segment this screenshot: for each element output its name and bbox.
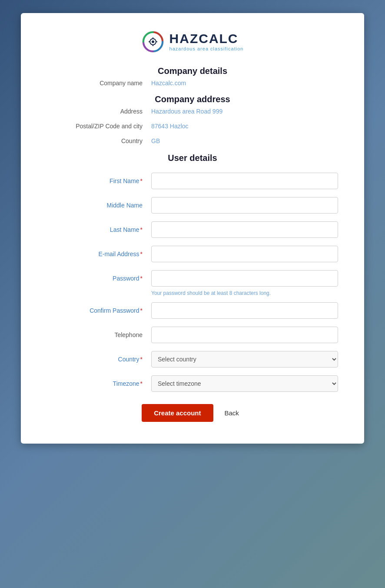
svg-point-6 <box>152 40 154 43</box>
last-name-required: * <box>140 226 143 233</box>
country-display-label: Country <box>47 137 151 144</box>
confirm-password-row: Confirm Password* <box>47 302 338 319</box>
company-name-label: Company name <box>47 80 151 87</box>
main-card: HAZCALC hazardous area classification Co… <box>21 13 364 444</box>
company-details-title: Company details <box>47 66 338 76</box>
first-name-required: * <box>140 177 143 184</box>
password-required: * <box>140 275 143 282</box>
create-account-button[interactable]: Create account <box>142 404 213 422</box>
last-name-input[interactable] <box>151 221 338 238</box>
address-row: Address Hazardous area Road 999 <box>47 108 338 115</box>
timezone-row: Timezone* Select timezone UTC Europe/Lon… <box>47 375 338 392</box>
timezone-required: * <box>140 380 143 387</box>
button-row: Create account Back <box>47 404 338 422</box>
confirm-password-label: Confirm Password* <box>47 307 151 314</box>
postal-value: 87643 Hazloc <box>151 123 189 130</box>
last-name-row: Last Name* <box>47 221 338 238</box>
timezone-label: Timezone* <box>47 380 151 387</box>
email-input[interactable] <box>151 246 338 262</box>
postal-row: Postal/ZIP Code and city 87643 Hazloc <box>47 123 338 130</box>
password-input[interactable] <box>151 270 338 287</box>
address-label: Address <box>47 108 151 115</box>
email-row: E-mail Address* <box>47 246 338 262</box>
first-name-input[interactable] <box>151 173 338 189</box>
company-name-value: Hazcalc.com <box>151 80 186 87</box>
email-required: * <box>140 251 143 257</box>
middle-name-input[interactable] <box>151 197 338 214</box>
telephone-input[interactable] <box>151 327 338 343</box>
logo-text: HAZCALC hazardous area classification <box>169 32 244 51</box>
logo-area: HAZCALC hazardous area classification <box>47 30 338 53</box>
address-value: Hazardous area Road 999 <box>151 108 222 115</box>
logo-title: HAZCALC <box>169 32 244 45</box>
middle-name-label: Middle Name <box>47 202 151 209</box>
country-display-value: GB <box>151 137 160 144</box>
country-display-row: Country GB <box>47 137 338 144</box>
hazcalc-logo-icon <box>142 30 164 53</box>
postal-label: Postal/ZIP Code and city <box>47 123 151 130</box>
confirm-password-required: * <box>140 307 143 314</box>
company-address-title: Company address <box>47 94 338 104</box>
password-hint: Your password should be at least 8 chara… <box>151 290 338 296</box>
middle-name-row: Middle Name <box>47 197 338 214</box>
user-country-required: * <box>140 356 143 363</box>
confirm-password-input[interactable] <box>151 302 338 319</box>
first-name-row: First Name* <box>47 173 338 189</box>
user-country-label: Country* <box>47 356 151 363</box>
first-name-label: First Name* <box>47 177 151 184</box>
telephone-label: Telephone <box>47 331 151 338</box>
country-select[interactable]: Select country United Kingdom United Sta… <box>151 351 338 368</box>
company-name-row: Company name Hazcalc.com <box>47 80 338 87</box>
password-label: Password* <box>47 275 151 282</box>
user-details-title: User details <box>47 153 338 163</box>
password-row: Password* <box>47 270 338 287</box>
timezone-select[interactable]: Select timezone UTC Europe/London Americ… <box>151 375 338 392</box>
telephone-row: Telephone <box>47 327 338 343</box>
email-label: E-mail Address* <box>47 251 151 257</box>
logo-subtitle: hazardous area classification <box>169 46 244 51</box>
back-button[interactable]: Back <box>220 404 243 422</box>
user-country-row: Country* Select country United Kingdom U… <box>47 351 338 368</box>
last-name-label: Last Name* <box>47 226 151 233</box>
